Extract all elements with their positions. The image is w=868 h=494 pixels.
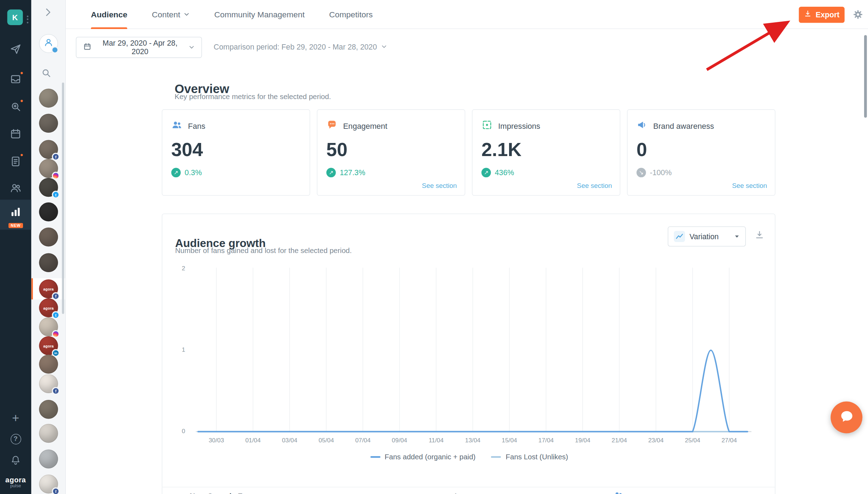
y-axis-tick: 0: [174, 428, 185, 435]
kpi-value: 2.1K: [481, 139, 611, 160]
tab-competitors[interactable]: Competitors: [329, 0, 373, 29]
profile-avatar[interactable]: f: [39, 475, 58, 494]
trend-up-icon: ↗: [481, 168, 491, 177]
profile-avatar[interactable]: agorat: [39, 298, 58, 317]
comparison-period[interactable]: Comparison period: Feb 29, 2020 - Mar 28…: [214, 43, 387, 51]
profile-avatar[interactable]: [39, 317, 58, 337]
profile-avatar[interactable]: f: [39, 140, 58, 159]
see-section-link[interactable]: See section: [422, 182, 457, 190]
tab-community-management[interactable]: Community Management: [214, 0, 304, 29]
x-axis-tick: 17/04: [538, 437, 554, 443]
nav-inbox[interactable]: [0, 67, 31, 91]
new-badge: NEW: [8, 223, 23, 228]
x-axis-tick: 23/04: [648, 437, 663, 443]
trend-down-icon: ↘: [636, 168, 646, 177]
workspace-menu-icon[interactable]: [25, 13, 29, 25]
profile-avatar[interactable]: [39, 355, 58, 374]
nav-publishing[interactable]: [0, 37, 31, 61]
main-content: Audience Content Community Management Co…: [66, 0, 868, 494]
profile-avatar[interactable]: agoraf: [39, 279, 58, 298]
impressions-icon: [481, 119, 493, 132]
x-axis-tick: 15/04: [502, 437, 517, 443]
expand-sidebar-button[interactable]: [42, 7, 54, 20]
profile-avatar[interactable]: agorain: [39, 336, 58, 355]
kpi-card-brand-awareness: Brand awareness 0 ↘ -100% See section: [627, 109, 775, 196]
megaphone-icon: [636, 119, 648, 132]
app-window: K: [0, 0, 868, 494]
profile-avatar[interactable]: t: [39, 178, 58, 197]
profile-sidebar: ftagorafagoratagorainff: [31, 0, 66, 494]
x-axis-tick: 19/04: [575, 437, 590, 443]
legend-fans-lost[interactable]: Fans Lost (Unlikes): [491, 453, 568, 461]
nav-calendar[interactable]: [0, 122, 31, 146]
see-section-link[interactable]: See section: [732, 182, 767, 190]
users-icon: [10, 182, 22, 194]
x-axis-tick: 05/04: [319, 437, 334, 443]
row-label: New Organic Fans: [190, 492, 256, 494]
profile-avatar[interactable]: [39, 89, 58, 108]
profile-avatar[interactable]: [39, 424, 58, 443]
avatar-label: agora: [43, 287, 53, 291]
search-icon: [41, 71, 52, 80]
settings-button[interactable]: [852, 9, 864, 22]
profile-avatar[interactable]: [39, 114, 58, 133]
notification-dot: [19, 99, 24, 103]
export-button[interactable]: Export: [799, 7, 845, 23]
tab-content[interactable]: Content: [152, 0, 190, 29]
kpi-value: 0: [636, 139, 766, 160]
y-axis-tick: 2: [174, 265, 185, 272]
chart-download-button[interactable]: [755, 230, 764, 242]
twitter-icon: t: [52, 311, 60, 319]
date-range-picker[interactable]: Mar 29, 2020 - Apr 28, 2020: [76, 37, 202, 58]
legend-swatch: [370, 456, 380, 458]
y-axis-tick: 1: [174, 346, 185, 353]
gear-icon: [852, 12, 864, 22]
legend-fans-added[interactable]: Fans added (organic + paid): [370, 453, 476, 461]
profile-avatar[interactable]: [39, 400, 58, 419]
engagement-icon: [326, 119, 338, 132]
notification-dot: [19, 71, 24, 75]
nav-stats[interactable]: NEW: [0, 200, 31, 230]
notifications-button[interactable]: [0, 448, 31, 472]
profile-avatar[interactable]: [39, 228, 58, 247]
profile-avatar[interactable]: f: [39, 374, 58, 393]
chart-legend: Fans added (organic + paid) Fans Lost (U…: [162, 453, 776, 461]
profile-avatar[interactable]: [39, 253, 58, 272]
paper-plane-icon: [10, 43, 22, 55]
download-icon: [804, 10, 812, 19]
nav-reports[interactable]: [0, 149, 31, 173]
avatar-label: agora: [43, 306, 53, 310]
chevron-right-icon: [42, 10, 54, 19]
profile-scrollbar-thumb[interactable]: [62, 82, 64, 314]
new-organic-fans-row: New Organic Fans 1: [162, 487, 776, 494]
trend-up-icon: ↗: [171, 168, 181, 177]
variation-dropdown[interactable]: Variation: [668, 226, 746, 247]
report-tab-bar: Audience Content Community Management Co…: [66, 0, 868, 29]
page-scrollbar-thumb[interactable]: [864, 35, 867, 117]
trend-up-icon: ↗: [326, 168, 336, 177]
nav-listening[interactable]: [0, 95, 31, 119]
profile-group-switcher[interactable]: [39, 34, 58, 53]
profile-search-button[interactable]: [41, 68, 52, 81]
profile-avatar[interactable]: [39, 159, 58, 178]
profile-avatar[interactable]: [39, 202, 58, 222]
caret-down-icon: [734, 232, 740, 241]
kpi-card-fans: Fans 304 ↗ 0.3%: [162, 109, 310, 196]
chevron-down-icon: [184, 10, 190, 19]
kpi-card-engagement: Engagement 50 ↗ 127.3% See section: [317, 109, 465, 196]
users-icon: [613, 490, 624, 494]
clipboard-icon: [10, 155, 22, 167]
x-axis-tick: 03/04: [282, 437, 297, 443]
x-axis-tick: 21/04: [612, 437, 627, 443]
chat-widget-button[interactable]: [830, 402, 862, 433]
workspace-initial: K: [12, 13, 18, 22]
x-axis-tick: 25/04: [685, 437, 700, 443]
workspace-avatar[interactable]: K: [7, 10, 23, 25]
kpi-delta: ↗ 0.3%: [171, 168, 301, 177]
see-section-link[interactable]: See section: [577, 182, 612, 190]
agorapulse-logo: agora pulse: [0, 476, 31, 488]
question-icon: ?: [10, 433, 21, 444]
nav-team[interactable]: [0, 176, 31, 200]
profile-avatar[interactable]: [39, 449, 58, 469]
tab-audience[interactable]: Audience: [91, 0, 127, 29]
